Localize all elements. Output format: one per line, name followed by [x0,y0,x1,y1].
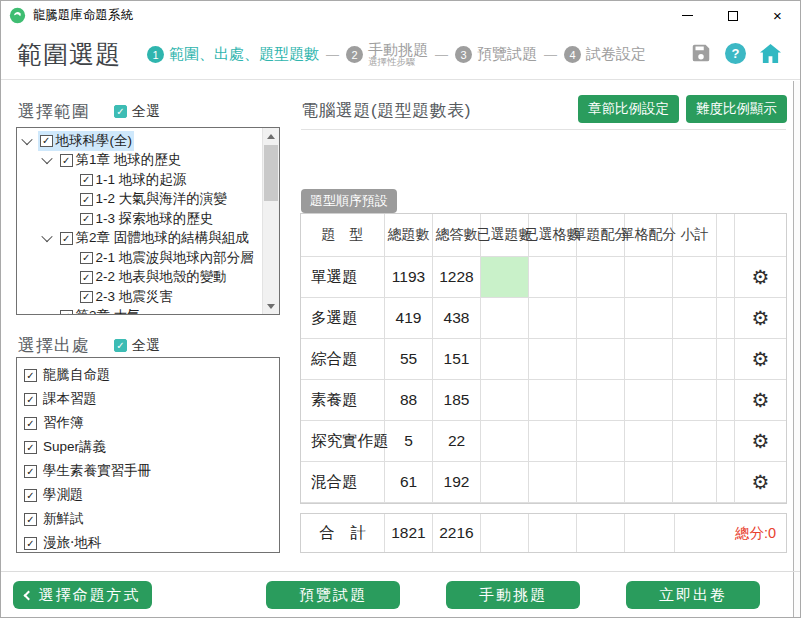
cell-selected-blanks[interactable] [529,339,577,380]
tree-item[interactable]: ✓ 2-3 地震災害 [17,287,262,307]
cell-selected-questions[interactable] [481,462,529,503]
back-to-method-button[interactable]: 選擇命題方式 [13,581,152,609]
cell-points-per-question[interactable] [577,462,625,503]
scope-title: 選擇範圍 [18,100,90,123]
source-item[interactable]: ✓ 新鮮試 [24,507,272,531]
tree-item[interactable]: ✓ 第2章 固體地球的結構與組成 [17,229,262,249]
cell-points-per-blank[interactable] [625,257,673,298]
checkbox-checked-icon[interactable]: ✓ [24,369,37,382]
source-item[interactable]: ✓ 漫旅‧地科 [24,531,272,553]
source-item[interactable]: ✓ 龍騰自命題 [24,363,272,387]
tree-scrollbar-thumb[interactable] [264,145,278,201]
checkbox-checked-icon[interactable]: ✓ [80,213,93,226]
source-select-all[interactable]: ✓ 全選 [114,337,160,355]
cell-points-per-blank[interactable] [625,298,673,339]
cell-points-per-blank[interactable] [625,339,673,380]
question-order-tag[interactable]: 題型順序預設 [301,189,397,213]
tree-item[interactable]: ✓ 1-2 大氣與海洋的演變 [17,190,262,210]
home-icon[interactable] [759,43,782,64]
checkbox-checked-icon[interactable]: ✓ [24,393,37,406]
checkbox-checked-icon[interactable]: ✓ [80,174,93,187]
cell-selected-questions[interactable] [481,298,529,339]
scroll-up-icon[interactable] [263,128,279,144]
cell-points-per-question[interactable] [577,257,625,298]
source-item[interactable]: ✓ 學生素養實習手冊 [24,459,272,483]
help-icon[interactable]: ? [725,43,746,64]
tree-item[interactable]: ✓ 1-3 探索地球的歷史 [17,209,262,229]
generate-paper-button[interactable]: 立即出卷 [626,581,760,609]
scroll-down-icon[interactable] [263,298,279,314]
checkbox-checked-icon[interactable]: ✓ [60,310,73,314]
cell-subtotal [673,257,717,298]
cell-points-per-question[interactable] [577,421,625,462]
cell-selected-questions[interactable] [481,380,529,421]
gear-icon[interactable]: ⚙ [752,431,770,451]
gear-icon[interactable]: ⚙ [752,390,770,410]
tree-scrollbar[interactable] [262,128,279,314]
cell-points-per-blank[interactable] [625,380,673,421]
tree-item[interactable]: ✓ 地球科學(全) [17,131,262,151]
gear-icon[interactable]: ⚙ [752,349,770,369]
minimize-button[interactable] [665,1,710,30]
checkbox-checked-icon[interactable]: ✓ [24,513,37,526]
checkbox-checked-icon[interactable]: ✓ [80,252,93,265]
cell-selected-questions[interactable] [481,421,529,462]
tree-item[interactable]: ✓ 2-1 地震波與地球內部分層 [17,248,262,268]
checkbox-checked-icon[interactable]: ✓ [80,193,93,206]
checkbox-checked-icon[interactable]: ✓ [24,537,37,550]
total-score-value: 0 [768,525,776,541]
source-item[interactable]: ✓ 學測題 [24,483,272,507]
scope-select-all[interactable]: ✓ 全選 [114,103,160,121]
gear-icon[interactable]: ⚙ [752,308,770,328]
totals-label: 合 計 [301,514,385,552]
titlebar: 龍騰題庫命題系統 × [1,1,800,30]
cell-points-per-blank[interactable] [625,462,673,503]
cell-points-per-question[interactable] [577,380,625,421]
preview-questions-button[interactable]: 預覽試題 [266,581,400,609]
difficulty-ratio-button[interactable]: 難度比例顯示 [686,95,787,123]
computer-selection-header: 電腦選題(題型題數表) 章節比例設定 難度比例顯示 [301,95,787,123]
close-button[interactable]: × [755,1,800,30]
cell-selected-blanks[interactable] [529,380,577,421]
save-icon[interactable] [690,42,712,64]
source-item[interactable]: ✓ 習作簿 [24,411,272,435]
cell-selected-questions[interactable] [481,257,529,298]
cell-selected-blanks[interactable] [529,298,577,339]
checkbox-checked-icon[interactable]: ✓ [80,271,93,284]
checkbox-checked-icon[interactable]: ✓ [60,232,73,245]
chapter-ratio-button[interactable]: 章節比例設定 [578,95,679,123]
chevron-down-icon[interactable] [21,134,32,145]
tree-item[interactable]: ✓ 第1章 地球的歷史 [17,151,262,171]
source-item[interactable]: ✓ Super講義 [24,435,272,459]
checkbox-checked-icon[interactable]: ✓ [114,339,127,352]
gear-icon[interactable]: ⚙ [752,267,770,287]
cell-points-per-question[interactable] [577,339,625,380]
cell-selected-blanks[interactable] [529,257,577,298]
tree-item[interactable]: ✓ 2-2 地表與地殼的變動 [17,268,262,288]
tree-item-label: 第3章 大氣 [76,307,141,314]
source-item[interactable]: ✓ 課本習題 [24,387,272,411]
checkbox-checked-icon[interactable]: ✓ [24,489,37,502]
cell-selected-blanks[interactable] [529,421,577,462]
cell-selected-questions[interactable] [481,339,529,380]
checkbox-checked-icon[interactable]: ✓ [80,291,93,304]
chevron-down-icon[interactable] [41,231,52,242]
checkbox-checked-icon[interactable]: ✓ [40,135,53,148]
minimize-icon [682,15,693,16]
cell-selected-blanks[interactable] [529,462,577,503]
col-header-selected-blanks: 已選格數 [529,214,577,257]
checkbox-checked-icon[interactable]: ✓ [24,441,37,454]
checkbox-checked-icon[interactable]: ✓ [24,417,37,430]
tree-item[interactable]: ✓ 第3章 大氣 [17,307,262,315]
maximize-button[interactable] [710,1,755,30]
cell-points-per-question[interactable] [577,298,625,339]
chevron-down-icon[interactable] [41,153,52,164]
tree-item[interactable]: ✓ 1-1 地球的起源 [17,170,262,190]
cell-points-per-blank[interactable] [625,421,673,462]
window-scrollbar[interactable] [793,81,800,617]
gear-icon[interactable]: ⚙ [752,472,770,492]
checkbox-checked-icon[interactable]: ✓ [60,154,73,167]
checkbox-checked-icon[interactable]: ✓ [24,465,37,478]
checkbox-checked-icon[interactable]: ✓ [114,105,127,118]
manual-pick-button[interactable]: 手動挑題 [446,581,580,609]
